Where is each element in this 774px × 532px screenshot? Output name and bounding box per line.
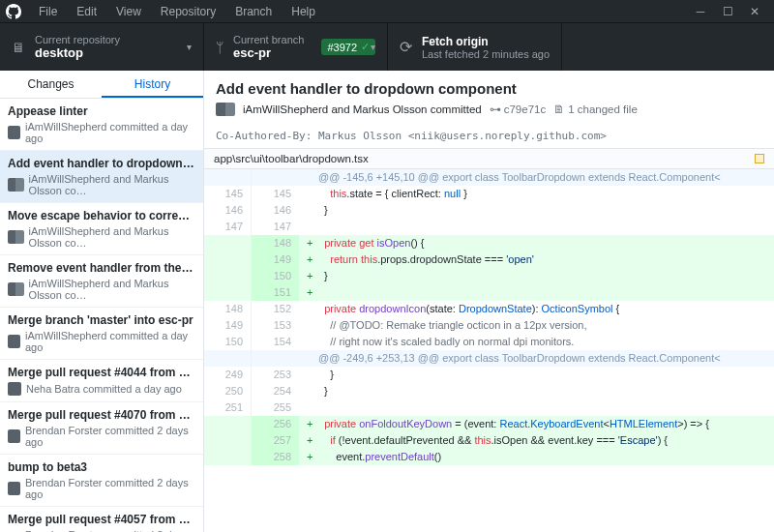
check-icon: ✓	[361, 41, 370, 53]
commit-item[interactable]: Merge branch 'master' into esc-priAmWill…	[0, 308, 203, 360]
diff-line: 147147	[204, 219, 774, 235]
fetch-button[interactable]: ⟳ Fetch origin Last fetched 2 minutes ag…	[388, 23, 562, 71]
avatar	[8, 429, 20, 443]
menu-branch[interactable]: Branch	[225, 2, 282, 21]
avatar	[8, 230, 24, 244]
commit-item-title: Merge branch 'master' into esc-pr	[8, 313, 195, 327]
window-controls: ─ ☐ ✕	[687, 5, 768, 18]
diff-line: @@ -249,6 +253,13 @@ export class Toolba…	[204, 350, 774, 367]
commit-detail: Add event handler to dropdown component …	[204, 71, 774, 532]
commit-item-byline: iAmWillShepherd and Markus Olsson co…	[29, 278, 195, 301]
avatar	[8, 282, 24, 296]
commit-item-title: bump to beta3	[8, 460, 195, 474]
commit-item-title: Remove event handler from the branches…	[8, 261, 195, 275]
branch-value: esc-pr	[233, 45, 304, 60]
diff-view[interactable]: @@ -145,6 +145,10 @@ export class Toolba…	[204, 169, 774, 532]
sidebar: Changes History Appease linteriAmWillShe…	[0, 71, 204, 532]
sidebar-tabs: Changes History	[0, 71, 203, 99]
menu-edit[interactable]: Edit	[67, 2, 106, 21]
commit-item-byline: iAmWillShepherd and Markus Olsson co…	[29, 173, 195, 196]
file-row[interactable]: app\src\ui\toolbar\dropdown.tsx	[204, 149, 774, 169]
diff-line: 251255	[204, 399, 774, 416]
branch-icon: ᛘ	[216, 40, 223, 55]
diff-line: 256+ private onFoldoutKeyDown = (event: …	[204, 416, 774, 432]
diff-line: 149+ return this.props.dropdownState ===…	[204, 251, 774, 268]
commit-item-byline: iAmWillShepherd and Markus Olsson co…	[29, 225, 195, 249]
branch-label: Current branch	[233, 34, 304, 45]
commit-item-title: Move escape behavior to correct compo…	[8, 209, 195, 222]
close-icon[interactable]: ✕	[741, 5, 768, 18]
commit-item-byline: iAmWillShepherd committed a day ago	[25, 121, 195, 144]
diff-line: 149153 // @TODO: Remake triangle octicon…	[204, 317, 774, 334]
commit-title: Add event handler to dropdown component	[216, 80, 762, 97]
menu-repository[interactable]: Repository	[151, 2, 225, 21]
commit-item-byline: Neha Batra committed a day ago	[26, 383, 182, 395]
commit-item[interactable]: Remove event handler from the branches…i…	[0, 255, 203, 308]
commit-item[interactable]: bump to beta3Brendan Forster committed 2…	[0, 455, 203, 507]
diff-line: 249253 }	[204, 367, 774, 383]
diff-line: 250254 }	[204, 383, 774, 399]
commit-item-title: Add event handler to dropdown compon…	[8, 157, 195, 170]
tab-changes[interactable]: Changes	[0, 71, 102, 98]
avatar	[8, 382, 21, 396]
chevron-down-icon: ▾	[187, 42, 192, 52]
diff-line: 257+ if (!event.defaultPrevented && this…	[204, 432, 774, 449]
avatar	[8, 335, 20, 348]
avatar	[8, 126, 20, 139]
commit-item[interactable]: Appease linteriAmWillShepherd committed …	[0, 99, 203, 151]
pr-badge: #3972✓	[321, 39, 375, 55]
commit-item-byline: Brendan Forster committed 2 days ago	[25, 477, 195, 500]
commit-item[interactable]: Merge pull request #4057 from desktop/…B…	[0, 507, 203, 532]
diff-line: 145145 this.state = { clientRect: null }	[204, 186, 774, 202]
commit-item-byline: Brendan Forster committed 2 days ago	[25, 425, 195, 448]
menu-view[interactable]: View	[106, 2, 151, 21]
commit-sha[interactable]: ⊶ c79e71c	[490, 103, 546, 116]
github-logo-icon	[6, 4, 21, 19]
files-changed[interactable]: 🗎 1 changed file	[553, 103, 638, 115]
title-bar: FileEditViewRepositoryBranchHelp ─ ☐ ✕	[0, 0, 774, 22]
minimize-icon[interactable]: ─	[687, 5, 714, 18]
fetch-sub: Last fetched 2 minutes ago	[422, 48, 550, 60]
avatar	[216, 103, 235, 116]
diff-line: @@ -145,6 +145,10 @@ export class Toolba…	[204, 169, 774, 186]
maximize-icon[interactable]: ☐	[714, 5, 741, 18]
commit-item-title: Merge pull request #4070 from desktop/…	[8, 408, 195, 422]
commit-item[interactable]: Merge pull request #4044 from desktop/…N…	[0, 360, 203, 402]
commit-item-title: Appease linter	[8, 104, 195, 118]
fetch-label: Fetch origin	[422, 35, 550, 48]
commit-item-byline: iAmWillShepherd committed a day ago	[25, 330, 195, 353]
commit-authors: iAmWillShepherd and Markus Olsson commit…	[243, 103, 482, 115]
diff-line: 151+	[204, 284, 774, 301]
branch-selector[interactable]: ᛘ Current branch esc-pr #3972✓ ▾	[204, 23, 388, 71]
desktop-icon: 🖥	[12, 40, 25, 55]
avatar	[8, 178, 24, 192]
coauthor-line: Co-Authored-By: Markus Olsson <niik@user…	[216, 130, 762, 142]
modified-icon	[755, 154, 764, 163]
commit-item[interactable]: Add event handler to dropdown compon…iAm…	[0, 151, 203, 203]
diff-line: 148152 private dropdownIcon(state: Dropd…	[204, 301, 774, 317]
repo-label: Current repository	[35, 34, 120, 45]
menu-file[interactable]: File	[29, 2, 67, 21]
diff-line: 148+ private get isOpen() {	[204, 235, 774, 251]
chevron-down-icon: ▾	[371, 42, 375, 52]
commit-history[interactable]: Appease linteriAmWillShepherd committed …	[0, 99, 203, 532]
commit-item[interactable]: Merge pull request #4070 from desktop/…B…	[0, 402, 203, 455]
commit-item-title: Merge pull request #4057 from desktop/…	[8, 513, 195, 526]
commit-item[interactable]: Move escape behavior to correct compo…iA…	[0, 203, 203, 255]
commit-item-title: Merge pull request #4044 from desktop/…	[8, 366, 195, 379]
toolbar: 🖥 Current repository desktop ▾ ᛘ Current…	[0, 22, 774, 71]
diff-line: 146146 }	[204, 202, 774, 219]
diff-line: 258+ event.preventDefault()	[204, 449, 774, 465]
app-menu: FileEditViewRepositoryBranchHelp	[29, 2, 325, 21]
menu-help[interactable]: Help	[282, 2, 325, 21]
diff-line: 150+ }	[204, 268, 774, 284]
sync-icon: ⟳	[400, 38, 412, 56]
tab-history[interactable]: History	[102, 71, 203, 98]
repo-value: desktop	[35, 45, 120, 60]
file-path: app\src\ui\toolbar\dropdown.tsx	[214, 153, 369, 164]
diff-line: 150154 // right now it's scaled badly on…	[204, 334, 774, 350]
repo-selector[interactable]: 🖥 Current repository desktop ▾	[0, 23, 204, 71]
avatar	[8, 482, 20, 495]
